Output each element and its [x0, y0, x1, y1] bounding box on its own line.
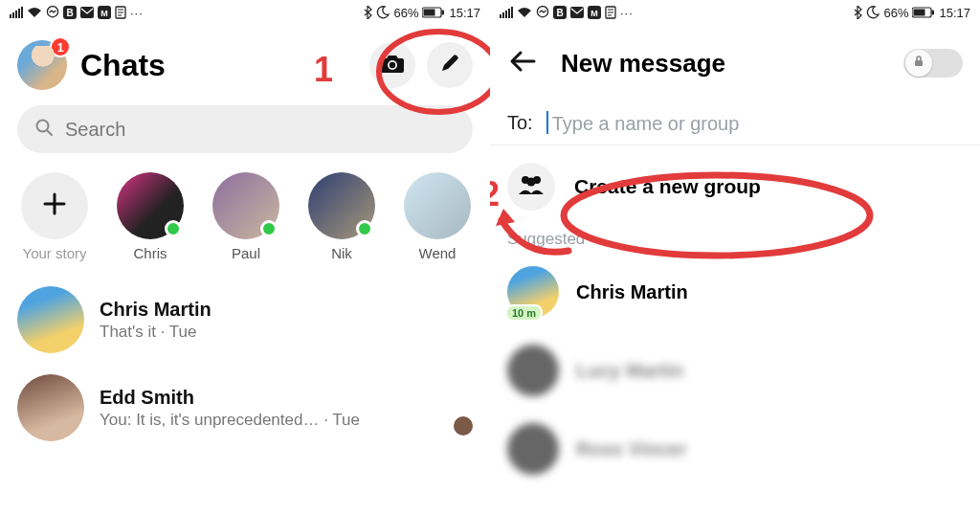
chat-item[interactable]: Chris Martin That's it · Tue [17, 286, 473, 353]
app-m-icon: M [98, 6, 111, 19]
chat-name: Edd Smith [100, 387, 360, 409]
messenger-icon [536, 6, 549, 19]
search-placeholder: Search [65, 119, 125, 141]
text-cursor-icon [546, 111, 548, 134]
story-label: Chris [133, 245, 167, 261]
recipient-placeholder: Type a name or group [552, 113, 740, 134]
screen-new-message: B M ··· 66% [490, 0, 980, 514]
svg-point-20 [37, 121, 49, 132]
secret-conversation-toggle[interactable] [903, 49, 963, 78]
chat-item[interactable]: Edd Smith You: It is, it's unprecedented… [17, 374, 473, 441]
lock-icon [912, 55, 925, 72]
page-title: Chats [80, 48, 356, 83]
pencil-icon [439, 53, 460, 78]
bluetooth-icon [853, 6, 862, 19]
create-group-button[interactable]: Create a new group [490, 145, 980, 224]
chat-name: Chris Martin [100, 299, 212, 321]
story-label: Paul [232, 245, 260, 261]
story-label: Your story [23, 245, 87, 261]
svg-line-21 [48, 131, 53, 136]
app-b-icon: B [63, 6, 77, 19]
app-b-icon: B [553, 6, 567, 19]
search-icon [34, 118, 54, 141]
svg-rect-42 [932, 11, 935, 15]
status-bar: B M ··· 66% [0, 0, 490, 25]
battery-percent: 66% [393, 6, 418, 20]
notification-badge: 1 [50, 36, 71, 57]
svg-text:M: M [590, 9, 598, 18]
notes-icon [115, 6, 126, 19]
dnd-moon-icon [376, 6, 390, 19]
online-indicator-icon [356, 220, 373, 237]
your-story-button[interactable]: Your story [17, 172, 92, 261]
camera-icon [380, 53, 405, 78]
bluetooth-icon [363, 6, 372, 19]
chat-avatar [17, 374, 84, 441]
svg-rect-29 [508, 9, 510, 18]
svg-rect-4 [21, 7, 23, 18]
story-item[interactable]: Wend [400, 172, 475, 261]
story-label: Nik [331, 245, 352, 261]
story-item[interactable]: Paul [209, 172, 283, 261]
recipient-input[interactable]: To: Type a name or group [490, 90, 980, 145]
contact-name: Ross Vincer [576, 438, 686, 460]
svg-rect-43 [914, 10, 925, 16]
status-bar: B M ··· 66% [490, 0, 980, 25]
svg-rect-30 [511, 7, 513, 18]
story-item[interactable]: Chris [113, 172, 188, 261]
online-indicator-icon [165, 220, 182, 237]
app-m-icon: M [588, 6, 601, 19]
chat-preview: You: It is, it's unprecedented… · Tue [100, 411, 360, 430]
story-label: Wend [419, 245, 457, 261]
svg-rect-16 [442, 11, 445, 15]
camera-button[interactable] [369, 42, 415, 88]
svg-rect-26 [500, 14, 501, 18]
suggested-contact[interactable]: Lucy Martin [490, 331, 980, 410]
chat-preview: That's it · Tue [100, 323, 212, 342]
svg-text:B: B [66, 8, 73, 18]
battery-percent: 66% [883, 6, 908, 20]
suggested-contact[interactable]: 10 m Chris Martin [490, 253, 980, 331]
plus-icon [42, 191, 67, 220]
screen-chats: B M ··· 66% [0, 0, 490, 514]
notes-icon [605, 6, 616, 19]
dnd-moon-icon [866, 6, 880, 19]
wifi-icon [517, 7, 532, 18]
messenger-icon [46, 6, 59, 19]
svg-rect-8 [80, 7, 94, 18]
battery-icon [422, 7, 445, 18]
clock-time: 15:17 [449, 6, 480, 20]
battery-icon [912, 7, 935, 18]
to-label: To: [507, 112, 533, 134]
create-group-label: Create a new group [574, 175, 761, 198]
svg-rect-3 [18, 9, 20, 18]
seen-indicator-icon [454, 416, 473, 436]
svg-rect-17 [424, 10, 435, 16]
suggested-heading: Suggested [490, 224, 980, 253]
svg-rect-0 [10, 14, 11, 18]
contact-avatar: 10 m [507, 266, 559, 318]
profile-avatar[interactable]: 1 [17, 40, 67, 90]
svg-text:M: M [100, 9, 108, 18]
suggested-contact[interactable]: Ross Vincer [490, 410, 980, 488]
page-title: New message [561, 49, 884, 78]
contact-avatar [507, 423, 559, 475]
contact-name: Lucy Martin [576, 360, 683, 382]
wifi-icon [27, 7, 42, 18]
back-button[interactable] [503, 44, 542, 82]
svg-point-19 [390, 62, 395, 68]
stories-row: Your story Chris Paul Nik Wend [0, 167, 490, 267]
compose-button[interactable] [427, 42, 473, 88]
gmail-icon [80, 7, 94, 18]
search-input[interactable]: Search [17, 105, 473, 153]
group-icon [517, 174, 546, 199]
svg-point-48 [527, 178, 536, 187]
chat-avatar [17, 286, 84, 353]
more-notifications-icon: ··· [620, 6, 634, 20]
more-notifications-icon: ··· [130, 6, 144, 20]
svg-rect-45 [915, 60, 923, 66]
svg-rect-34 [570, 7, 584, 18]
arrow-left-icon [509, 50, 536, 77]
story-item[interactable]: Nik [304, 172, 379, 261]
contact-name: Chris Martin [576, 281, 688, 303]
